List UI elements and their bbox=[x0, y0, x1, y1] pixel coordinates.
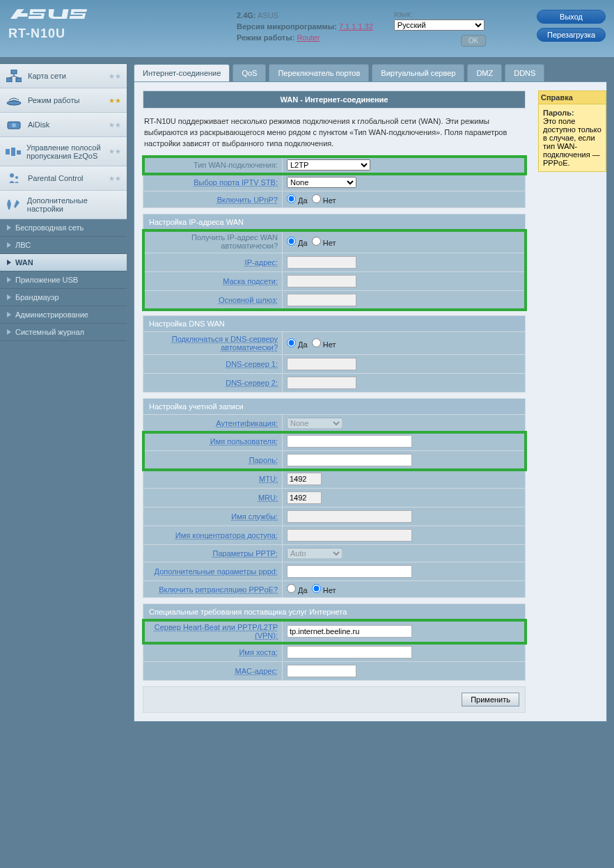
parental-icon bbox=[6, 172, 22, 184]
logo-block: RT-N10U bbox=[8, 6, 90, 41]
isp-table: Специальные требования поставщика услуг … bbox=[143, 603, 526, 681]
pptp-select[interactable]: Auto bbox=[287, 548, 343, 559]
mask-label[interactable]: Маска подсети: bbox=[223, 277, 278, 285]
tab-dmz[interactable]: DMZ bbox=[467, 64, 502, 81]
pppd-input[interactable] bbox=[287, 565, 412, 578]
dns2-input[interactable] bbox=[287, 377, 356, 389]
disk-icon bbox=[6, 118, 22, 131]
iptv-label[interactable]: Выбор порта IPTV STB: bbox=[194, 178, 278, 187]
user-label[interactable]: Имя пользователя: bbox=[210, 437, 278, 445]
ip-input[interactable] bbox=[287, 256, 356, 269]
mode-link[interactable]: Router bbox=[297, 33, 320, 42]
pass-label[interactable]: Пароль: bbox=[249, 456, 278, 464]
ac-label[interactable]: Имя концентратора доступа: bbox=[175, 531, 278, 539]
subnav-label: Брандмауэр bbox=[15, 293, 59, 301]
wan-auto-no-radio[interactable] bbox=[312, 237, 321, 246]
tab-porttrigger[interactable]: Переключатель портов bbox=[269, 64, 369, 81]
ssid-label: 2.4G: bbox=[237, 11, 256, 19]
subnav-label: Приложение USB bbox=[15, 276, 78, 284]
gw-input[interactable] bbox=[287, 294, 356, 306]
tab-qos[interactable]: QoS bbox=[233, 64, 266, 81]
dns1-input[interactable] bbox=[287, 358, 356, 370]
stars-icon: ★★ bbox=[109, 148, 121, 155]
sidebar: Карта сети ★★ Режим работы ★★ AiDisk ★★ … bbox=[0, 57, 127, 729]
iptv-select[interactable]: None bbox=[287, 177, 356, 188]
sidebar-item-network-map[interactable]: Карта сети ★★ bbox=[0, 64, 127, 88]
pppd-label[interactable]: Дополнительные параметры pppd: bbox=[155, 567, 278, 576]
mac-label[interactable]: MAC-адрес: bbox=[235, 667, 278, 675]
sidebar-item-label: Карта сети bbox=[28, 72, 66, 80]
stars-icon: ★★ bbox=[109, 97, 121, 104]
subnav-wan[interactable]: WAN bbox=[0, 254, 127, 271]
subnav-syslog[interactable]: Системный журнал bbox=[0, 324, 127, 341]
yes-label: Да bbox=[298, 340, 308, 349]
no-label: Нет bbox=[323, 196, 336, 205]
sidebar-item-aidisk[interactable]: AiDisk ★★ bbox=[0, 113, 127, 137]
subnav-wireless[interactable]: Беспроводная сеть bbox=[0, 219, 127, 237]
svc-label[interactable]: Имя службы: bbox=[231, 512, 278, 521]
user-input[interactable] bbox=[287, 435, 412, 448]
mru-input[interactable] bbox=[287, 491, 322, 504]
yes-label: Да bbox=[298, 239, 308, 247]
sidebar-item-mode[interactable]: Режим работы ★★ bbox=[0, 88, 127, 113]
lang-ok-button[interactable]: OK bbox=[461, 35, 486, 47]
yes-label: Да bbox=[298, 586, 308, 594]
mac-input[interactable] bbox=[287, 665, 356, 677]
svg-rect-0 bbox=[11, 70, 17, 74]
hb-label[interactable]: Сервер Heart-Beat или PPTP/L2TP (VPN): bbox=[155, 623, 278, 640]
qos-icon bbox=[6, 145, 21, 158]
upnp-yes-radio[interactable] bbox=[287, 194, 296, 203]
dns-auto-no-radio[interactable] bbox=[312, 338, 321, 347]
dns-auto-label[interactable]: Подключаться к DNS-серверу автоматически… bbox=[172, 335, 278, 352]
tab-internet[interactable]: Интернет-соединение bbox=[134, 64, 230, 81]
mask-input[interactable] bbox=[287, 275, 356, 287]
no-label: Нет bbox=[323, 586, 336, 594]
relay-label[interactable]: Включить ретрансляцию PPPoE? bbox=[159, 585, 278, 594]
sidebar-item-ezqos[interactable]: Управление полосой пропускания EzQoS ★★ bbox=[0, 137, 127, 166]
mtu-input[interactable] bbox=[287, 473, 322, 485]
fw-label: Версия микропрограммы: bbox=[237, 22, 337, 31]
host-label[interactable]: Имя хоста: bbox=[239, 648, 278, 656]
host-input[interactable] bbox=[287, 646, 412, 658]
lang-select[interactable]: Русский bbox=[394, 19, 485, 31]
router-icon bbox=[6, 94, 22, 106]
svg-rect-10 bbox=[11, 148, 15, 156]
subnav-admin[interactable]: Администрирование bbox=[0, 306, 127, 324]
reboot-button[interactable]: Перезагрузка bbox=[537, 28, 606, 42]
subnav-usb[interactable]: Приложение USB bbox=[0, 271, 127, 289]
mtu-label[interactable]: MTU: bbox=[259, 475, 278, 483]
svg-rect-1 bbox=[6, 78, 12, 82]
upnp-label[interactable]: Включить UPnP? bbox=[217, 196, 278, 204]
relay-yes-radio[interactable] bbox=[287, 584, 296, 593]
main-panel: Интернет-соединение QoS Переключатель по… bbox=[127, 57, 614, 729]
hb-input[interactable] bbox=[287, 625, 412, 638]
tab-vserver[interactable]: Виртуальный сервер bbox=[372, 64, 464, 81]
apply-button[interactable]: Применить bbox=[462, 693, 519, 707]
dns2-label[interactable]: DNS-сервер 2: bbox=[226, 379, 278, 387]
auth-label[interactable]: Аутентификация: bbox=[216, 419, 278, 427]
no-label: Нет bbox=[323, 340, 336, 349]
dns-auto-yes-radio[interactable] bbox=[287, 338, 296, 347]
ac-input[interactable] bbox=[287, 529, 412, 542]
upnp-no-radio[interactable] bbox=[312, 194, 321, 203]
ip-label[interactable]: IP-адрес: bbox=[245, 258, 278, 267]
gw-label[interactable]: Основной шлюз: bbox=[219, 296, 278, 304]
wan-type-select[interactable]: L2TP bbox=[287, 159, 370, 171]
wan-auto-yes-radio[interactable] bbox=[287, 237, 296, 246]
auth-select[interactable]: None bbox=[287, 418, 343, 429]
svc-input[interactable] bbox=[287, 510, 412, 523]
sidebar-item-advanced[interactable]: Дополнительные настройки bbox=[0, 191, 127, 219]
pass-input[interactable] bbox=[287, 454, 412, 466]
logout-button[interactable]: Выход bbox=[537, 10, 606, 24]
tab-ddns[interactable]: DDNS bbox=[505, 64, 544, 81]
subnav-lan[interactable]: ЛВС bbox=[0, 237, 127, 254]
sidebar-item-label: AiDisk bbox=[28, 120, 49, 129]
subnav-label: Системный журнал bbox=[15, 328, 84, 336]
dns1-label[interactable]: DNS-сервер 1: bbox=[226, 360, 278, 368]
sidebar-item-parental[interactable]: Parental Control ★★ bbox=[0, 166, 127, 191]
pptp-label[interactable]: Параметры PPTP: bbox=[213, 549, 278, 558]
relay-no-radio[interactable] bbox=[312, 584, 321, 593]
fw-link[interactable]: 7.1.1.1.32 bbox=[339, 22, 373, 31]
subnav-firewall[interactable]: Брандмауэр bbox=[0, 289, 127, 306]
mru-label[interactable]: MRU: bbox=[258, 494, 278, 502]
